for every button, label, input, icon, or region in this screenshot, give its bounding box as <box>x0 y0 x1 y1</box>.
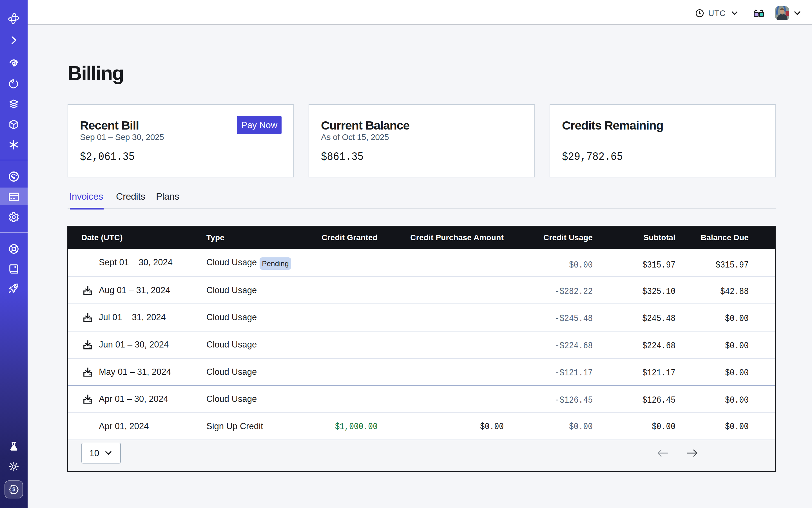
svg-text:$: $ <box>12 486 15 492</box>
